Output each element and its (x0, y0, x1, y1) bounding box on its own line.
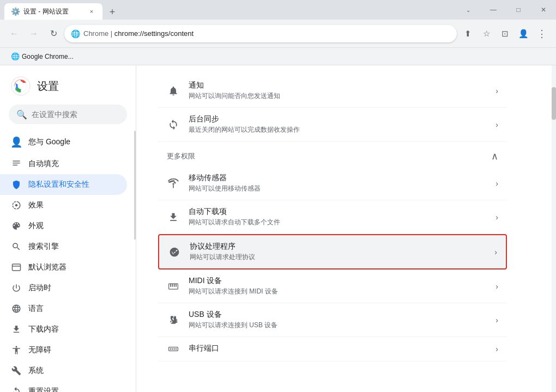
sidebar-item-appearance[interactable]: 外观 (0, 216, 127, 236)
bookmark-button[interactable]: ☆ (478, 25, 495, 42)
address-omnibox[interactable]: 🌐 Chrome | chrome://settings/content (64, 25, 457, 42)
usb-icon (167, 315, 180, 326)
minimize-button[interactable]: — (481, 0, 506, 20)
download-icon (11, 324, 22, 334)
sidebar: 设置 🔍 👤 您与 Google 自动填充 (0, 65, 136, 392)
settings-item-protocol-handler[interactable]: 协议处理程序 网站可以请求处理协议 › (158, 234, 507, 270)
auto-download-subtitle: 网站可以请求自动下载多个文件 (189, 218, 487, 227)
midi-subtitle: 网站可以请求连接到 MIDI 设备 (189, 287, 487, 296)
svg-rect-5 (13, 163, 20, 164)
content-scrollbar[interactable] (552, 65, 556, 392)
bookmark-favicon: 🌐 (11, 52, 20, 60)
more-permissions-title: 更多权限 (167, 151, 195, 161)
serial-title: 串行端口 (189, 344, 487, 353)
settings-item-notification[interactable]: 通知 网站可以询问能否向您发送通知 › (158, 74, 507, 108)
settings-item-usb[interactable]: USB 设备 网站可以请求连接到 USB 设备 › (158, 303, 507, 337)
address-bar: ← → ↻ 🌐 Chrome | chrome://settings/conte… (0, 20, 556, 48)
person-icon: 👤 (11, 136, 22, 148)
sidebar-item-appearance-label: 外观 (28, 221, 44, 231)
maximize-button[interactable]: □ (506, 0, 531, 20)
sidebar-item-google[interactable]: 👤 您与 Google (0, 131, 127, 154)
auto-download-title: 自动下载项 (189, 207, 487, 217)
sidebar-item-accessible[interactable]: 无障碍 (0, 340, 127, 360)
search-input[interactable] (32, 110, 119, 119)
svg-rect-14 (176, 284, 177, 287)
sidebar-item-startup[interactable]: 启动时 (0, 278, 127, 298)
background-sync-icon (167, 119, 180, 130)
settings-item-motion-sensor[interactable]: 移动传感器 网站可以使用移动传感器 › (158, 167, 507, 200)
serial-text: 串行端口 (189, 344, 487, 354)
omnibox-favicon: 🌐 (71, 29, 80, 38)
settings-item-background-sync[interactable]: 后台同步 最近关闭的网站可以完成数据收发操作 › (158, 108, 507, 142)
midi-icon (167, 281, 180, 292)
refresh-button[interactable]: ↻ (45, 25, 62, 42)
appearance-icon (11, 221, 22, 231)
search-icon: 🔍 (16, 109, 27, 120)
sidebar-item-browser-label: 默认浏览器 (28, 262, 67, 272)
settings-item-auto-download[interactable]: 自动下载项 网站可以请求自动下载多个文件 › (158, 200, 507, 234)
content-area: 通知 网站可以询问能否向您发送通知 › 后台同步 最近关闭的网站可以完成数据收发… (136, 65, 552, 392)
close-button[interactable]: ✕ (531, 0, 556, 20)
url-scheme: Chrome | (83, 29, 114, 38)
sidebar-item-google-label: 您与 Google (28, 137, 70, 147)
motion-sensor-title: 移动传感器 (189, 173, 487, 183)
background-sync-title: 后台同步 (189, 114, 487, 124)
section-toggle-icon[interactable]: ∧ (491, 150, 498, 162)
sidebar-item-system[interactable]: 系统 (0, 360, 127, 381)
sidebar-item-reset[interactable]: 重置设置 (0, 381, 127, 392)
sidebar-item-system-label: 系统 (28, 366, 44, 376)
scrollbar-thumb[interactable] (552, 87, 556, 120)
background-sync-subtitle: 最近关闭的网站可以完成数据收发操作 (189, 125, 487, 134)
share-button[interactable]: ⬆ (459, 25, 476, 42)
new-tab-button[interactable]: + (105, 4, 120, 20)
tab-close-button[interactable]: × (87, 7, 96, 16)
sidebar-item-search[interactable]: 搜索引擎 (0, 236, 127, 257)
chrome-logo (11, 76, 31, 96)
svg-rect-6 (13, 165, 17, 166)
usb-subtitle: 网站可以请求连接到 USB 设备 (189, 321, 487, 330)
auto-download-text: 自动下载项 网站可以请求自动下载多个文件 (189, 207, 487, 227)
sidebar-item-performance[interactable]: 效果 (0, 195, 127, 216)
protocol-handler-arrow: › (494, 248, 497, 256)
settings-item-midi[interactable]: MIDI 设备 网站可以请求连接到 MIDI 设备 › (158, 270, 507, 303)
sidebar-item-startup-label: 启动时 (28, 283, 51, 293)
usb-arrow: › (495, 316, 498, 324)
shield-icon (11, 180, 22, 189)
sidebar-item-accessible-label: 无障碍 (28, 345, 51, 355)
motion-sensor-text: 移动传感器 网站可以使用移动传感器 (189, 173, 487, 193)
sidebar-search-box[interactable]: 🔍 (9, 105, 127, 124)
back-button[interactable]: ← (5, 25, 23, 42)
more-permissions-header[interactable]: 更多权限 ∧ (158, 142, 507, 167)
active-tab[interactable]: ⚙️ 设置 - 网站设置 × (4, 3, 102, 20)
sidebar-item-privacy[interactable]: 隐私设置和安全性 (0, 174, 127, 195)
sidebar-item-autofill[interactable]: 自动填充 (0, 154, 127, 174)
autofill-icon (11, 159, 22, 169)
titlebar: ⚙️ 设置 - 网站设置 × + ⌄ — □ ✕ (0, 0, 556, 20)
sidebar-item-download[interactable]: 下载内容 (0, 319, 127, 340)
search-engine-icon (11, 242, 22, 252)
sidebar-item-browser[interactable]: 默认浏览器 (0, 257, 127, 278)
menu-button[interactable]: ⋮ (533, 25, 551, 42)
notification-icon (167, 85, 180, 96)
sidebar-nav: 👤 您与 Google 自动填充 隐私设置和安全性 (0, 131, 136, 392)
settings-title: 设置 (37, 79, 59, 94)
protocol-handler-text: 协议处理程序 网站可以请求处理协议 (190, 242, 486, 262)
profile-button[interactable]: 👤 (515, 25, 532, 42)
window-chevron-button[interactable]: ⌄ (456, 0, 481, 20)
svg-point-19 (176, 348, 177, 350)
content-inner: 通知 网站可以询问能否向您发送通知 › 后台同步 最近关闭的网站可以完成数据收发… (136, 65, 529, 388)
language-icon (11, 304, 22, 314)
motion-sensor-icon (167, 178, 180, 189)
sidebar-item-language[interactable]: 语言 (0, 298, 127, 319)
sidebar-scrollbar-thumb (134, 131, 136, 240)
motion-sensor-subtitle: 网站可以使用移动传感器 (189, 184, 487, 193)
background-sync-arrow: › (495, 120, 498, 129)
tab-search-button[interactable]: ⊡ (496, 25, 513, 42)
tab-strip: ⚙️ 设置 - 网站设置 × + (0, 0, 120, 20)
startup-icon (11, 283, 22, 293)
forward-button[interactable]: → (25, 25, 43, 42)
serial-arrow: › (495, 345, 498, 353)
bookmark-item-google-chrome[interactable]: 🌐 Google Chrome... (7, 50, 78, 63)
settings-item-serial[interactable]: 串行端口 › (158, 337, 507, 362)
tab-favicon: ⚙️ (11, 7, 20, 16)
